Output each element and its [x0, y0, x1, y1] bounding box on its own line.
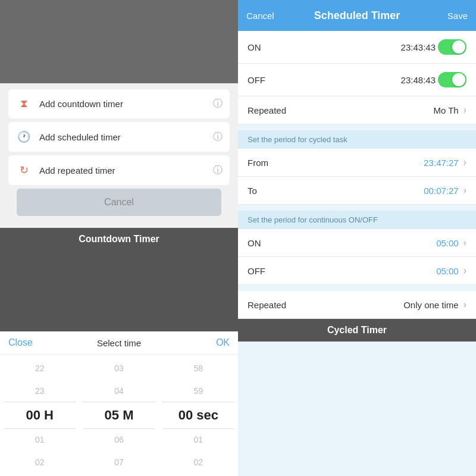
- time-picker-close-button[interactable]: Close: [8, 337, 64, 348]
- to-chevron-icon: ›: [464, 185, 466, 196]
- on-continuous-chevron-icon: ›: [464, 237, 466, 248]
- repeated-days-value: Mo Th: [433, 105, 458, 115]
- repeated-bottom-value: Only one time: [403, 300, 459, 310]
- time-picker-columns: 22 23 00 H 01 02 03 04 05 M 06 07 58 59 …: [0, 355, 238, 476]
- sec-val-02: 02: [159, 451, 238, 474]
- min-selected: 05 M: [79, 402, 158, 428]
- off-continuous-value: 05:00: [436, 266, 459, 276]
- on-row: ON 23:43:43: [238, 31, 476, 64]
- on-time-value: 23:43:43: [401, 42, 436, 52]
- repeated-bottom-chevron-icon: ›: [464, 299, 466, 310]
- min-val-04: 04: [79, 380, 158, 402]
- countdown-info-icon[interactable]: ⓘ: [213, 98, 223, 110]
- off-row: OFF 23:48:43: [238, 64, 476, 96]
- header-title: Scheduled Timer: [302, 10, 412, 22]
- on-continuous-row[interactable]: ON 05:00 ›: [238, 229, 476, 257]
- time-picker-bar: Close Select time OK: [0, 331, 238, 355]
- cycled-section-header: Set the period for cycled task: [238, 130, 476, 149]
- hour-val-22: 22: [0, 357, 79, 380]
- menu-cancel-button[interactable]: Cancel: [17, 189, 221, 216]
- hours-column[interactable]: 22 23 00 H 01 02: [0, 355, 79, 476]
- right-header: Cancel Scheduled Timer Save: [238, 0, 476, 31]
- off-continuous-chevron-icon: ›: [464, 265, 466, 276]
- on-label: ON: [248, 42, 401, 52]
- on-continuous-value: 05:00: [436, 238, 459, 248]
- repeated-chevron-icon: ›: [464, 105, 466, 115]
- countdown-label: Add countdown timer: [39, 99, 213, 109]
- minutes-column[interactable]: 03 04 05 M 06 07: [79, 355, 158, 476]
- continuous-section-header: Set the period for continuous ON/OFF: [238, 211, 476, 229]
- repeated-bottom-row[interactable]: Repeated Only one time ›: [238, 291, 476, 319]
- cycled-footer-text: Cycled Timer: [327, 325, 387, 335]
- min-val-06: 06: [79, 428, 158, 451]
- spacer-2: [238, 205, 476, 211]
- to-row[interactable]: To 00:07:27 ›: [238, 177, 476, 205]
- off-toggle[interactable]: [438, 72, 466, 87]
- spacer-3: [238, 285, 476, 291]
- scheduled-icon: 🕐: [15, 130, 32, 143]
- header-cancel-button[interactable]: Cancel: [246, 11, 302, 21]
- repeated-label: Add repeated timer: [39, 165, 213, 176]
- countdown-header-text: Countdown Timer: [79, 234, 159, 244]
- sec-val-01: 01: [159, 428, 238, 451]
- repeated-bottom-label: Repeated: [248, 300, 403, 310]
- left-top-area: [0, 0, 238, 83]
- time-picker-ok-button[interactable]: OK: [174, 337, 230, 348]
- sec-val-59: 59: [159, 380, 238, 402]
- off-time-value: 23:48:43: [401, 75, 436, 85]
- right-body: ON 23:43:43 OFF 23:48:43 Repeated Mo Th …: [238, 31, 476, 476]
- hour-val-01: 01: [0, 428, 79, 451]
- sec-selected: 00 sec: [159, 402, 238, 428]
- scheduled-label: Add scheduled timer: [39, 132, 213, 142]
- from-value: 23:47:27: [424, 158, 458, 168]
- to-value: 00:07:27: [424, 186, 458, 196]
- header-save-button[interactable]: Save: [412, 11, 468, 21]
- add-scheduled-item[interactable]: 🕐 Add scheduled timer ⓘ: [8, 122, 230, 152]
- off-label: OFF: [248, 75, 401, 85]
- hour-val-23: 23: [0, 380, 79, 402]
- scheduled-info-icon[interactable]: ⓘ: [213, 131, 223, 143]
- menu-section: ⧗ Add countdown timer ⓘ 🕐 Add scheduled …: [0, 83, 238, 228]
- add-countdown-item[interactable]: ⧗ Add countdown timer ⓘ: [8, 89, 230, 118]
- repeated-row[interactable]: Repeated Mo Th ›: [238, 96, 476, 124]
- min-val-07: 07: [79, 451, 158, 474]
- hour-val-02: 02: [0, 451, 79, 474]
- on-toggle[interactable]: [438, 39, 466, 55]
- time-picker-title: Select time: [64, 338, 174, 348]
- right-panel: Cancel Scheduled Timer Save ON 23:43:43 …: [238, 0, 476, 476]
- off-continuous-label: OFF: [248, 266, 436, 276]
- hour-selected: 00 H: [0, 402, 79, 428]
- from-chevron-icon: ›: [464, 157, 466, 168]
- left-panel: ⧗ Add countdown timer ⓘ 🕐 Add scheduled …: [0, 0, 238, 476]
- repeated-icon: ↻: [15, 164, 32, 177]
- on-continuous-label: ON: [248, 238, 436, 248]
- off-continuous-row[interactable]: OFF 05:00 ›: [238, 257, 476, 285]
- spacer-1: [238, 124, 476, 130]
- from-label: From: [248, 158, 424, 168]
- repeated-label: Repeated: [248, 105, 433, 115]
- cycled-footer: Cycled Timer: [238, 319, 476, 342]
- add-repeated-item[interactable]: ↻ Add repeated timer ⓘ: [8, 155, 230, 185]
- repeated-info-icon[interactable]: ⓘ: [213, 164, 223, 177]
- min-val-03: 03: [79, 357, 158, 380]
- sec-val-58: 58: [159, 357, 238, 380]
- to-label: To: [248, 186, 424, 196]
- countdown-dark-area: [0, 250, 238, 331]
- countdown-header: Countdown Timer: [0, 228, 238, 250]
- seconds-column[interactable]: 58 59 00 sec 01 02: [159, 355, 238, 476]
- from-row[interactable]: From 23:47:27 ›: [238, 149, 476, 177]
- countdown-icon: ⧗: [15, 98, 32, 110]
